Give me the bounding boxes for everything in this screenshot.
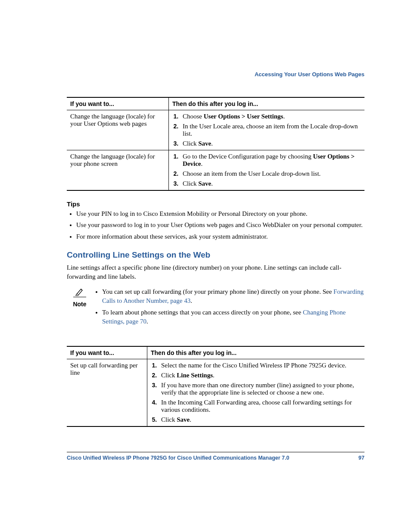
- table1-r0-right: Choose User Options > User Settings. In …: [169, 110, 365, 150]
- list-item: For more information about these service…: [76, 232, 364, 241]
- section-heading: Controlling Line Settings on the Web: [67, 250, 364, 260]
- footer-page-number: 97: [358, 455, 364, 461]
- table-line-settings: If you want to... Then do this after you…: [67, 346, 364, 427]
- tips-list: Use your PIN to log in to Cisco Extensio…: [67, 209, 364, 241]
- list-item: To learn about phone settings that you c…: [102, 308, 364, 326]
- table2-header-left: If you want to...: [67, 346, 147, 359]
- svg-line-0: [81, 289, 82, 290]
- svg-line-1: [77, 294, 78, 295]
- table1-r1-left: Change the language (locale) for your ph…: [67, 150, 169, 191]
- table-row: Set up call forwarding per line Select t…: [67, 359, 364, 426]
- note-block: Note You can set up call forwarding (for…: [67, 287, 364, 329]
- table2-r0-left: Set up call forwarding per line: [67, 359, 147, 426]
- pencil-icon: [73, 287, 86, 297]
- list-item: Use your password to log in to your User…: [76, 221, 364, 229]
- list-item: You can set up call forwarding (for your…: [102, 287, 364, 305]
- footer-title: Cisco Unified Wireless IP Phone 7925G fo…: [67, 455, 289, 461]
- table-locale: If you want to... Then do this after you…: [67, 97, 364, 191]
- table1-header-right: Then do this after you log in...: [169, 97, 365, 110]
- list-item: Use your PIN to log in to Cisco Extensio…: [76, 209, 364, 218]
- page-footer: Cisco Unified Wireless IP Phone 7925G fo…: [67, 452, 364, 461]
- section-paragraph: Line settings affect a specific phone li…: [67, 263, 364, 281]
- table2-header-right: Then do this after you log in...: [147, 346, 365, 359]
- tips-heading: Tips: [67, 200, 364, 208]
- page: Accessing Your User Options Web Pages If…: [0, 0, 411, 532]
- table1-header-left: If you want to...: [67, 97, 169, 110]
- note-label: Note: [73, 301, 86, 308]
- table2-r0-right: Select the name for the Cisco Unified Wi…: [147, 359, 365, 426]
- page-header: Accessing Your User Options Web Pages: [67, 71, 364, 78]
- table1-r0-left: Change the language (locale) for your Us…: [67, 110, 169, 150]
- table-row: Change the language (locale) for your Us…: [67, 110, 364, 150]
- table-row: Change the language (locale) for your ph…: [67, 150, 364, 191]
- table1-r1-right: Go to the Device Configuration page by c…: [169, 150, 365, 191]
